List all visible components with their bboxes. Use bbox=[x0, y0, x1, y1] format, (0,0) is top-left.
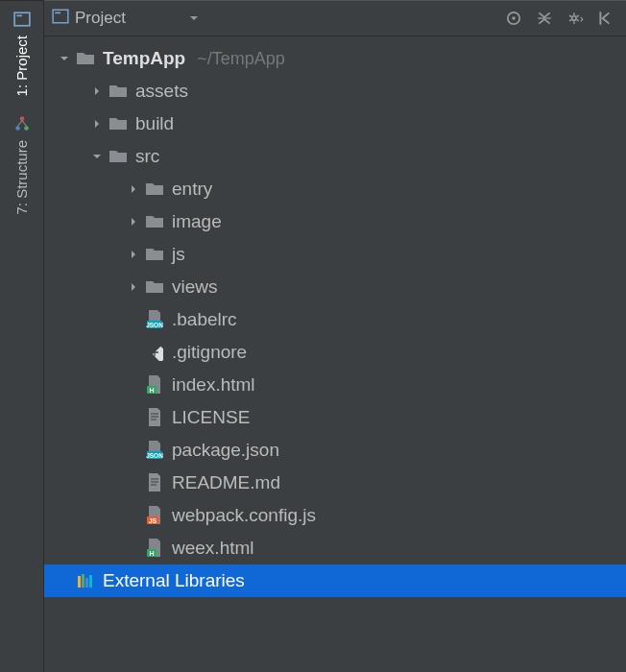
rail-tab-structure-label: 7: Structure bbox=[14, 140, 29, 215]
tree-node-path: ~/TempApp bbox=[197, 49, 285, 69]
tree-node-folder[interactable]: entry bbox=[44, 173, 626, 205]
project-toolbar: Project bbox=[44, 0, 626, 36]
tree-node-folder[interactable]: src bbox=[44, 140, 626, 173]
svg-rect-25 bbox=[85, 578, 88, 588]
svg-text:JS: JS bbox=[149, 517, 157, 524]
collapse-arrow-icon[interactable] bbox=[127, 182, 140, 196]
tree-node-label: views bbox=[172, 276, 218, 298]
js-file-icon: JS bbox=[144, 505, 165, 526]
project-tool-window: Project TempApp ~/TempApp bbox=[44, 0, 626, 672]
dropdown-arrow-icon[interactable] bbox=[189, 9, 199, 28]
folder-icon bbox=[144, 276, 165, 298]
tree-node-root[interactable]: TempApp ~/TempApp bbox=[44, 42, 626, 75]
tree-node-label: webpack.config.js bbox=[172, 505, 316, 526]
svg-text:JSON: JSON bbox=[146, 452, 163, 459]
svg-rect-0 bbox=[14, 12, 30, 26]
tree-node-label: package.json bbox=[172, 440, 279, 461]
folder-icon bbox=[108, 113, 129, 134]
tree-node-label: src bbox=[135, 146, 159, 167]
expand-arrow-icon[interactable] bbox=[90, 150, 104, 163]
tree-node-label: .gitignore bbox=[172, 342, 247, 363]
text-file-icon bbox=[144, 407, 165, 428]
tree-node-folder[interactable]: image bbox=[44, 205, 626, 238]
svg-point-8 bbox=[512, 16, 515, 19]
tree-node-label: image bbox=[172, 211, 222, 232]
tree-node-label: README.md bbox=[172, 472, 280, 493]
collapse-icon bbox=[536, 10, 553, 27]
folder-icon bbox=[75, 48, 96, 69]
rail-tab-structure[interactable]: 7: Structure bbox=[0, 106, 43, 225]
structure-panel-icon bbox=[13, 115, 31, 132]
tree-node-label: entry bbox=[172, 179, 212, 200]
svg-rect-5 bbox=[53, 10, 68, 23]
collapse-arrow-icon[interactable] bbox=[127, 280, 140, 294]
project-view-title[interactable]: Project bbox=[75, 9, 183, 28]
libraries-icon bbox=[75, 570, 96, 591]
rail-tab-project[interactable]: 1: Project bbox=[0, 1, 43, 106]
collapse-arrow-icon[interactable] bbox=[90, 117, 104, 131]
svg-point-3 bbox=[15, 127, 20, 132]
svg-point-4 bbox=[24, 127, 29, 132]
tree-node-label: TempApp bbox=[103, 48, 185, 69]
svg-point-10 bbox=[572, 16, 577, 21]
tree-node-label: index.html bbox=[172, 374, 255, 396]
svg-rect-23 bbox=[78, 576, 81, 588]
tree-node-label: LICENSE bbox=[172, 407, 250, 428]
text-file-icon bbox=[144, 472, 165, 493]
tree-node-label: assets bbox=[135, 81, 188, 102]
hide-button[interactable] bbox=[593, 6, 618, 31]
project-tree[interactable]: TempApp ~/TempApp assets build src bbox=[44, 36, 626, 672]
settings-button[interactable] bbox=[563, 6, 588, 31]
rail-tab-project-label: 1: Project bbox=[14, 36, 29, 96]
html-file-icon: H bbox=[144, 374, 165, 396]
tree-node-external-libraries[interactable]: External Libraries bbox=[44, 564, 626, 597]
folder-icon bbox=[144, 244, 165, 265]
svg-text:H: H bbox=[149, 387, 154, 394]
tree-node-folder[interactable]: build bbox=[44, 108, 626, 140]
project-panel-icon bbox=[13, 11, 31, 28]
json-file-icon: JSON bbox=[144, 440, 165, 461]
tree-node-file[interactable]: JS webpack.config.js bbox=[44, 499, 626, 532]
json-file-icon: JSON bbox=[144, 309, 165, 330]
tree-node-folder[interactable]: assets bbox=[44, 75, 626, 108]
collapse-arrow-icon[interactable] bbox=[127, 215, 140, 228]
collapse-all-button[interactable] bbox=[532, 6, 557, 31]
collapse-arrow-icon[interactable] bbox=[90, 84, 104, 98]
folder-icon bbox=[108, 81, 129, 102]
html-file-icon: H bbox=[144, 538, 165, 559]
folder-icon bbox=[108, 146, 129, 167]
svg-point-2 bbox=[19, 117, 24, 122]
tree-node-folder[interactable]: js bbox=[44, 238, 626, 271]
hide-icon bbox=[597, 10, 614, 27]
tree-node-label: js bbox=[172, 244, 185, 265]
target-icon bbox=[505, 10, 522, 27]
tool-window-rail: 1: Project 7: Structure bbox=[0, 0, 44, 672]
tree-node-file[interactable]: JSON package.json bbox=[44, 434, 626, 467]
tree-node-file[interactable]: README.md bbox=[44, 467, 626, 499]
folder-icon bbox=[144, 211, 165, 232]
svg-text:JSON: JSON bbox=[146, 322, 163, 328]
gitignore-file-icon bbox=[144, 342, 165, 363]
tree-node-label: weex.html bbox=[172, 538, 254, 559]
tree-node-file[interactable]: .gitignore bbox=[44, 336, 626, 369]
svg-rect-1 bbox=[16, 15, 22, 17]
gear-icon bbox=[566, 10, 584, 27]
svg-text:H: H bbox=[149, 550, 154, 557]
scroll-from-source-button[interactable] bbox=[501, 6, 526, 31]
collapse-arrow-icon[interactable] bbox=[127, 248, 140, 261]
tree-node-label: External Libraries bbox=[103, 570, 245, 591]
svg-rect-24 bbox=[82, 574, 84, 588]
tree-node-file[interactable]: LICENSE bbox=[44, 401, 626, 434]
tree-node-label: build bbox=[135, 113, 174, 134]
expand-arrow-icon[interactable] bbox=[58, 52, 71, 65]
svg-rect-6 bbox=[55, 12, 60, 13]
tree-node-file[interactable]: H index.html bbox=[44, 369, 626, 401]
project-view-icon bbox=[52, 8, 69, 30]
svg-rect-26 bbox=[89, 575, 92, 588]
folder-icon bbox=[144, 179, 165, 200]
tree-node-file[interactable]: JSON .babelrc bbox=[44, 303, 626, 336]
tree-node-folder[interactable]: views bbox=[44, 271, 626, 303]
tree-node-file[interactable]: H weex.html bbox=[44, 532, 626, 564]
tree-node-label: .babelrc bbox=[172, 309, 237, 330]
